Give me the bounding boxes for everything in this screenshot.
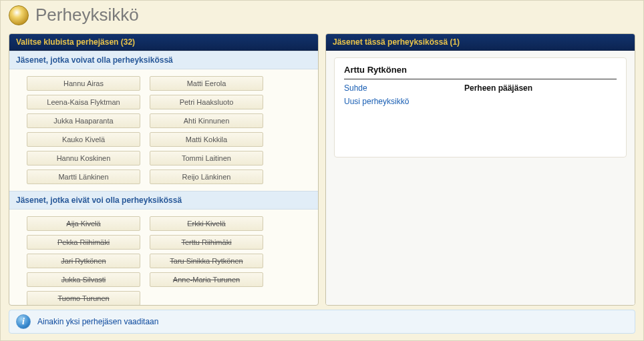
select-member-panel: Valitse klubista perhejäsen (32) Jäsenet… (9, 33, 319, 306)
member-button[interactable]: Hannu Koskinen (27, 151, 140, 165)
member-button[interactable]: Leena-Kaisa Flyktman (27, 95, 140, 109)
member-button-disabled: Taru Sinikka Rytkönen (150, 254, 263, 268)
family-unit-panel-title: Jäsenet tässä perheyksikössä (1) (326, 34, 635, 51)
eligible-grid: Hannu Airas Matti Eerola Leena-Kaisa Fly… (27, 76, 313, 184)
lions-logo-icon (9, 5, 29, 25)
ineligible-grid: Aija Kivelä Erkki Kivelä Pekka Riihimäki… (27, 216, 313, 305)
unit-role-text: Perheen pääjäsen (464, 83, 532, 106)
member-button-disabled: Anne-Maria Turunen (150, 272, 263, 287)
validation-message: i Ainakin yksi perhejäsen vaaditaan (9, 310, 635, 334)
member-button-disabled: Erkki Kivelä (150, 216, 263, 231)
page-header: Perheyksikkö (1, 1, 643, 29)
content-row: Valitse klubista perhejäsen (32) Jäsenet… (1, 29, 643, 306)
relation-link[interactable]: Suhde (344, 83, 464, 93)
member-button-disabled: Tuomo Turunen (27, 291, 140, 305)
member-button[interactable]: Hannu Airas (27, 76, 140, 91)
unit-member-name: Arttu Rytkönen (344, 65, 617, 75)
unit-links: Suhde Uusi perheyksikkö (344, 83, 464, 106)
member-button[interactable]: Reijo Länkinen (150, 169, 263, 184)
member-button[interactable]: Matti Kokkila (150, 132, 263, 147)
page-title: Perheyksikkö (35, 5, 139, 25)
select-member-panel-title: Valitse klubista perhejäsen (32) (9, 34, 318, 51)
page-root: Perheyksikkö Valitse klubista perhejäsen… (0, 0, 644, 341)
member-button[interactable]: Matti Eerola (150, 76, 263, 91)
family-unit-panel: Jäsenet tässä perheyksikössä (1) Arttu R… (325, 33, 635, 306)
ineligible-block: Aija Kivelä Erkki Kivelä Pekka Riihimäki… (9, 210, 318, 305)
validation-message-text: Ainakin yksi perhejäsen vaaditaan (37, 317, 158, 326)
eligible-section-label: Jäsenet, jotka voivat olla perheyksiköss… (9, 51, 318, 69)
eligible-scroll-area[interactable]: Hannu Airas Matti Eerola Leena-Kaisa Fly… (9, 69, 318, 191)
member-button[interactable]: Petri Haaksluoto (150, 95, 263, 109)
family-unit-panel-body: Arttu Rytkönen Suhde Uusi perheyksikkö P… (326, 51, 635, 305)
member-button-disabled: Pekka Riihimäki (27, 235, 140, 250)
member-button-disabled: Aija Kivelä (27, 216, 140, 231)
member-button[interactable]: Ahti Kinnunen (150, 113, 263, 128)
info-icon: i (16, 314, 31, 329)
member-button[interactable]: Jukka Haaparanta (27, 113, 140, 128)
member-button[interactable]: Tommi Laitinen (150, 151, 263, 165)
family-unit-card: Arttu Rytkönen Suhde Uusi perheyksikkö P… (334, 57, 627, 157)
member-button-disabled: Jari Rytkönen (27, 254, 140, 268)
member-button[interactable]: Kauko Kivelä (27, 132, 140, 147)
member-button[interactable]: Martti Länkinen (27, 169, 140, 184)
member-button-disabled: Terttu Riihimäki (150, 235, 263, 250)
ineligible-section-label: Jäsenet, jotka eivät voi olla perheyksik… (9, 191, 318, 210)
select-member-panel-body: Jäsenet, jotka voivat olla perheyksiköss… (9, 51, 318, 305)
unit-detail-row: Suhde Uusi perheyksikkö Perheen pääjäsen (344, 79, 617, 106)
new-family-unit-link[interactable]: Uusi perheyksikkö (344, 97, 464, 106)
member-button-disabled: Jukka Silvasti (27, 272, 140, 287)
